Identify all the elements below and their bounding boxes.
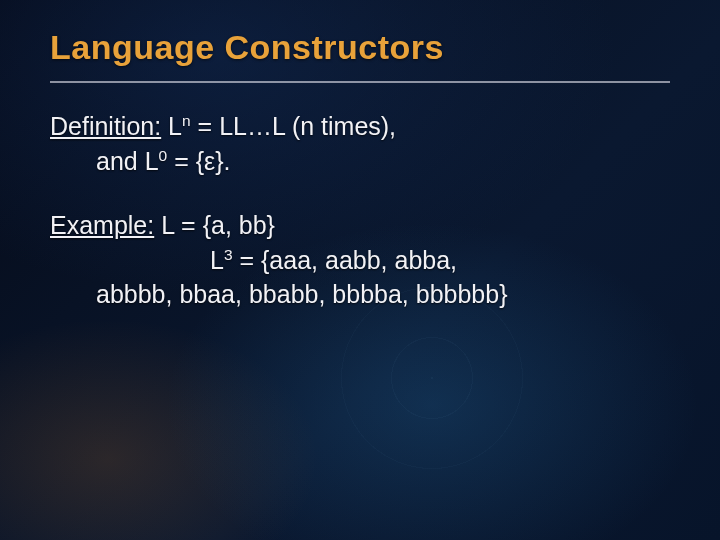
example-line2-sup: 3 (224, 245, 233, 262)
title-divider (50, 81, 670, 83)
example-label: Example: (50, 211, 154, 239)
example-line2-part-b: = {aaa, aabb, abba, (233, 246, 458, 274)
definition-line1-sup: n (182, 112, 191, 129)
definition-line2-part-b: = {ε}. (167, 147, 230, 175)
example-line2: L3 = {aaa, aabb, abba, (50, 243, 670, 278)
slide: Language Constructors Definition: Ln = L… (0, 0, 720, 540)
definition-block: Definition: Ln = LL…L (n times), and L0 … (50, 109, 670, 178)
definition-label: Definition: (50, 112, 161, 140)
slide-body: Definition: Ln = LL…L (n times), and L0 … (50, 109, 670, 312)
slide-title: Language Constructors (50, 28, 670, 67)
definition-line2: and L0 = {ε}. (50, 144, 670, 179)
definition-line1-part-a: L (161, 112, 182, 140)
definition-line2-sup: 0 (159, 146, 168, 163)
example-line1: L = {a, bb} (154, 211, 275, 239)
definition-line1-part-b: = LL…L (n times), (191, 112, 396, 140)
example-line2-part-a: L (210, 246, 224, 274)
example-block: Example: L = {a, bb} L3 = {aaa, aabb, ab… (50, 208, 670, 312)
example-line3: abbbb, bbaa, bbabb, bbbba, bbbbbb} (50, 277, 670, 312)
definition-line2-part-a: and L (96, 147, 159, 175)
